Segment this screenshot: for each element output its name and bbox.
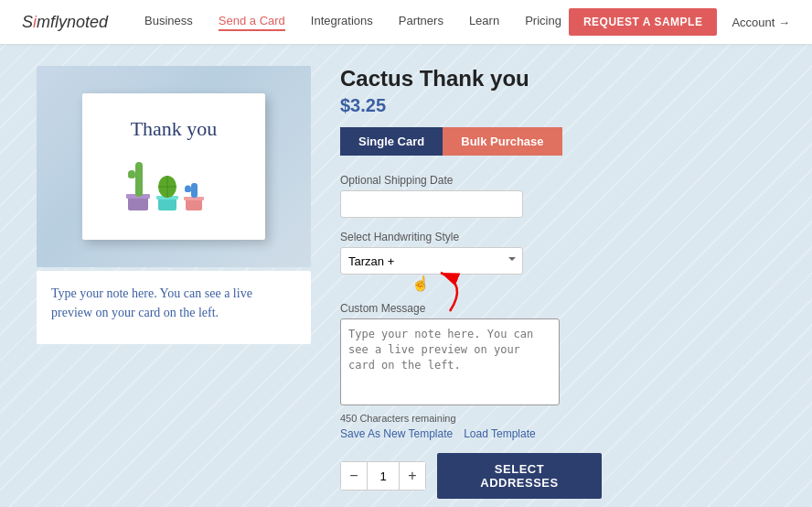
main-content: Thank you	[0, 44, 812, 507]
svg-rect-6	[158, 198, 176, 210]
quantity-input[interactable]	[367, 462, 400, 490]
logo: Simflynoted	[22, 13, 108, 32]
card-front: Thank you	[82, 93, 265, 240]
svg-rect-2	[135, 162, 143, 197]
shipping-date-input[interactable]	[340, 190, 523, 218]
nav-pricing[interactable]: Pricing	[525, 14, 561, 31]
load-template-link[interactable]: Load Template	[464, 427, 536, 440]
nav-business[interactable]: Business	[144, 14, 193, 31]
nav-right: REQUEST A SAMPLE Account →	[569, 8, 790, 36]
svg-point-15	[185, 185, 191, 191]
shipping-date-field: Optional Shipping Date	[340, 174, 775, 218]
card-background: Thank you	[37, 66, 311, 267]
chars-remaining: 450 Characters remaining	[340, 413, 775, 424]
template-links: Save As New Template Load Template	[340, 427, 775, 440]
custom-message-textarea[interactable]	[340, 318, 560, 405]
shipping-date-label: Optional Shipping Date	[340, 174, 775, 187]
navbar: Simflynoted Business Send a Card Integra…	[0, 0, 812, 44]
cursor-hand-icon: ☝	[411, 275, 430, 292]
quantity-wrapper: − +	[340, 461, 426, 491]
request-sample-button[interactable]: REQUEST A SAMPLE	[569, 8, 717, 36]
svg-point-5	[128, 170, 135, 178]
card-message-preview: Type your note here. You can see a live …	[37, 271, 311, 344]
product-price: $3.25	[340, 95, 775, 116]
arrow-annotation	[395, 265, 468, 320]
card-image-section: Thank you	[37, 66, 311, 507]
nav-learn[interactable]: Learn	[469, 14, 499, 31]
card-image-wrapper: Thank you	[37, 66, 311, 267]
bulk-purchase-tab[interactable]: Bulk Purchase	[443, 127, 561, 156]
cactus-illustration	[123, 148, 224, 217]
quantity-increase-button[interactable]: +	[400, 462, 425, 490]
nav-send-card[interactable]: Send a Card	[219, 14, 285, 31]
save-template-link[interactable]: Save As New Template	[340, 427, 453, 440]
single-card-tab[interactable]: Single Card	[340, 127, 443, 156]
account-link[interactable]: Account →	[732, 16, 790, 29]
nav-integrations[interactable]: Integrations	[311, 14, 373, 31]
svg-rect-4	[135, 168, 143, 173]
purchase-tabs: Single Card Bulk Purchase	[340, 127, 775, 156]
svg-rect-13	[191, 183, 198, 198]
nav-partners[interactable]: Partners	[399, 14, 443, 31]
card-handwriting-text: Thank you	[131, 117, 218, 141]
select-addresses-button[interactable]: SELECT ADDRESSES	[437, 453, 602, 499]
handwriting-field: Select Handwriting Style Tarzan + ☝	[340, 231, 775, 275]
custom-message-field: Custom Message 450 Characters remaining …	[340, 302, 775, 440]
quantity-decrease-button[interactable]: −	[341, 462, 367, 490]
handwriting-label: Select Handwriting Style	[340, 231, 775, 243]
quantity-row: − + SELECT ADDRESSES	[340, 453, 775, 499]
product-panel: Cactus Thank you $3.25 Single Card Bulk …	[340, 66, 775, 507]
product-title: Cactus Thank you	[340, 66, 775, 92]
preview-message-text: Type your note here. You can see a live …	[51, 284, 296, 322]
nav-links: Business Send a Card Integrations Partne…	[144, 14, 569, 31]
